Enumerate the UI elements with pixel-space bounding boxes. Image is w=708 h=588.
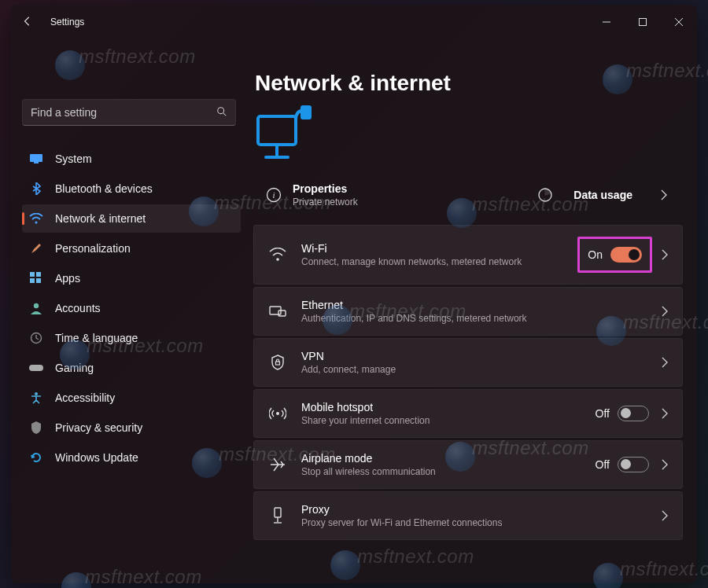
toggle-state-label: On	[588, 248, 603, 261]
sidebar-item-network-internet[interactable]: Network & internet	[22, 204, 241, 233]
sidebar-item-label: Network & internet	[55, 212, 146, 225]
chevron-right-icon	[657, 306, 673, 317]
accessibility-icon	[28, 391, 44, 404]
minimize-button[interactable]	[588, 5, 625, 39]
chevron-right-icon	[656, 189, 672, 200]
info-icon: i	[264, 187, 283, 203]
sidebar-item-label: Accounts	[55, 302, 101, 314]
card-airplane[interactable]: Airplane modeStop all wireless communica…	[253, 440, 683, 489]
search-box[interactable]	[22, 99, 236, 126]
properties-sub: Private network	[293, 197, 358, 208]
svg-rect-6	[36, 272, 41, 277]
svg-rect-2	[30, 154, 42, 162]
sidebar: SystemBluetooth & devicesNetwork & inter…	[11, 39, 247, 583]
card-title: Airplane mode	[301, 452, 596, 465]
card-subtitle: Authentication, IP and DNS settings, met…	[301, 313, 657, 324]
page-title: Network & internet	[255, 71, 683, 96]
card-ethernet[interactable]: EthernetAuthentication, IP and DNS setti…	[253, 287, 683, 336]
sidebar-item-accounts[interactable]: Accounts	[22, 294, 241, 322]
window-title: Settings	[50, 17, 84, 28]
sidebar-item-label: Personalization	[55, 242, 131, 255]
gaming-icon	[28, 363, 44, 373]
svg-text:i: i	[272, 190, 275, 200]
card-subtitle: Share your internet connection	[301, 415, 596, 426]
svg-point-1	[218, 107, 224, 113]
card-subtitle: Add, connect, manage	[301, 364, 657, 375]
card-subtitle: Stop all wireless communication	[301, 466, 596, 477]
card-proxy[interactable]: ProxyProxy server for Wi-Fi and Ethernet…	[253, 491, 683, 540]
sidebar-item-label: Accessibility	[55, 391, 115, 404]
apps-icon	[28, 272, 44, 285]
card-title: Mobile hotspot	[301, 401, 596, 413]
svg-rect-21	[276, 362, 280, 365]
card-vpn[interactable]: VPNAdd, connect, manage	[253, 338, 683, 387]
brush-icon	[28, 242, 44, 255]
hotspot-icon	[268, 406, 287, 421]
sidebar-item-label: System	[55, 153, 92, 165]
sidebar-item-personalization[interactable]: Personalization	[22, 234, 241, 263]
chevron-right-icon	[657, 408, 673, 419]
card-wifi[interactable]: Wi-FiConnect, manage known networks, met…	[253, 225, 683, 285]
card-hotspot[interactable]: Mobile hotspotShare your internet connec…	[253, 389, 683, 438]
bluetooth-icon	[28, 182, 44, 195]
svg-rect-5	[30, 272, 35, 277]
sidebar-item-time-language[interactable]: Time & language	[22, 324, 241, 352]
svg-rect-20	[278, 311, 286, 316]
svg-point-9	[34, 303, 39, 308]
chevron-right-icon	[657, 357, 673, 368]
sidebar-item-gaming[interactable]: Gaming	[22, 354, 241, 382]
data-usage-label: Data usage	[573, 189, 632, 201]
info-row: i Properties Private network Data usage	[253, 176, 683, 214]
hotspot-toggle[interactable]	[618, 406, 649, 421]
card-title: Wi-Fi	[301, 242, 577, 255]
maximize-button[interactable]	[625, 5, 661, 39]
vpn-icon	[268, 355, 287, 370]
sidebar-item-label: Time & language	[55, 332, 138, 344]
svg-point-18	[276, 258, 279, 261]
svg-rect-13	[258, 116, 296, 145]
card-title: VPN	[301, 350, 657, 362]
data-usage-link[interactable]: Data usage	[468, 187, 672, 203]
system-icon	[28, 154, 44, 164]
svg-point-22	[276, 412, 279, 415]
sidebar-item-privacy-security[interactable]: Privacy & security	[22, 413, 241, 442]
sidebar-item-accessibility[interactable]: Accessibility	[22, 384, 241, 412]
search-input[interactable]	[31, 106, 216, 119]
sidebar-item-bluetooth-devices[interactable]: Bluetooth & devices	[22, 175, 241, 203]
chevron-right-icon	[657, 459, 673, 470]
toggle-state-label: Off	[596, 407, 610, 420]
privacy-icon	[28, 421, 44, 434]
settings-window: Settings SystemBluetooth & devicesNetwor…	[11, 5, 697, 583]
svg-point-4	[35, 221, 37, 223]
main-panel: Network & internet i Properties	[247, 39, 697, 583]
wifi-toggle[interactable]	[610, 247, 642, 263]
sidebar-item-label: Gaming	[55, 362, 94, 374]
data-usage-icon	[536, 187, 555, 203]
back-button[interactable]	[22, 16, 41, 29]
card-subtitle: Proxy server for Wi-Fi and Ethernet conn…	[301, 517, 657, 528]
close-button[interactable]	[661, 5, 697, 39]
svg-rect-7	[30, 278, 35, 283]
svg-rect-14	[301, 105, 312, 119]
chevron-right-icon	[657, 249, 673, 260]
properties-label: Properties	[293, 182, 358, 195]
highlight-box: On	[577, 237, 652, 273]
sidebar-item-system[interactable]: System	[22, 145, 241, 173]
chevron-right-icon	[657, 510, 673, 521]
airplane-toggle[interactable]	[618, 457, 649, 472]
sidebar-item-label: Apps	[55, 272, 80, 285]
update-icon	[28, 451, 44, 464]
svg-rect-0	[640, 19, 647, 26]
sidebar-item-apps[interactable]: Apps	[22, 264, 241, 292]
toggle-state-label: Off	[596, 458, 610, 471]
sidebar-item-windows-update[interactable]: Windows Update	[22, 443, 241, 472]
svg-point-12	[35, 392, 38, 395]
account-icon	[28, 302, 44, 314]
properties-link[interactable]: i Properties Private network	[264, 182, 468, 208]
network-hero-icon	[253, 105, 683, 165]
svg-rect-8	[36, 278, 41, 283]
card-title: Proxy	[301, 503, 657, 516]
ethernet-icon	[268, 304, 287, 318]
wifi-icon	[28, 213, 44, 224]
sidebar-item-label: Windows Update	[55, 451, 138, 464]
